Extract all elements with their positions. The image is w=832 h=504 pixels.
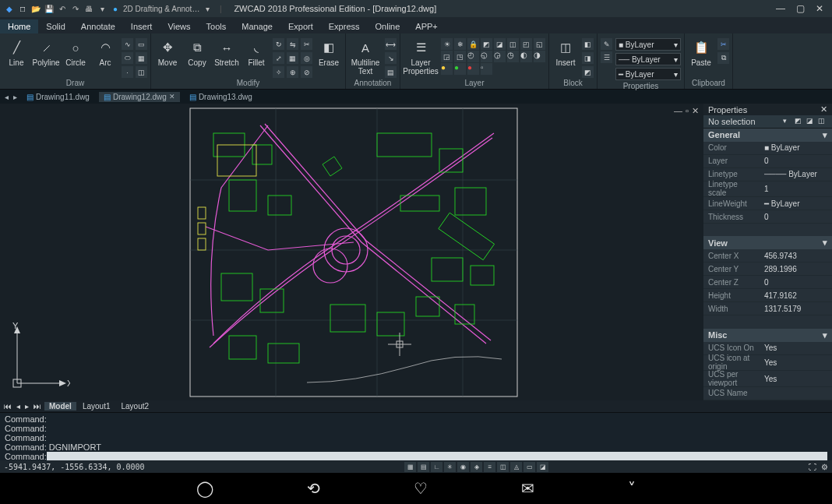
model-toggle[interactable]: ▭ xyxy=(524,462,535,472)
message-icon[interactable]: ✉ xyxy=(521,479,534,498)
layout-first[interactable]: ⏮ xyxy=(2,402,13,411)
table-icon[interactable]: ▤ xyxy=(385,66,397,78)
scale-icon[interactable]: ⤢ xyxy=(273,52,284,64)
prop-width[interactable]: Width1317.5179 xyxy=(703,302,832,315)
l5[interactable]: ◶ xyxy=(494,51,506,62)
cut-icon[interactable]: ✂ xyxy=(717,38,729,50)
tab-solid[interactable]: Solid xyxy=(38,19,72,33)
list-icon[interactable]: ☰ xyxy=(601,51,612,63)
print-icon[interactable]: 🖶 xyxy=(83,3,94,14)
l4[interactable]: ◵ xyxy=(481,51,492,62)
file-tab-0[interactable]: ▤Drawing11.dwg xyxy=(22,92,94,102)
ld[interactable]: ▫ xyxy=(481,63,492,75)
ortho-toggle[interactable]: ∟ xyxy=(431,462,442,472)
otrack-toggle[interactable]: ◈ xyxy=(471,462,482,472)
cycle-toggle[interactable]: ◬ xyxy=(510,462,522,472)
file-nav-right[interactable]: ▸ xyxy=(13,93,17,101)
ellipse-icon[interactable]: ⬭ xyxy=(122,52,133,64)
customize-icon[interactable]: ⚙ xyxy=(821,463,828,471)
insert-button[interactable]: ◫Insert xyxy=(552,37,579,67)
array-icon[interactable]: ▦ xyxy=(287,52,298,64)
close-button[interactable]: ✕ xyxy=(813,3,826,14)
qat-dropdown-icon[interactable]: ▾ xyxy=(97,3,108,14)
offset-icon[interactable]: ◎ xyxy=(301,52,312,64)
retweet-icon[interactable]: ⟲ xyxy=(307,479,320,498)
lineweight-combo[interactable]: ━ ByLayer▾ xyxy=(615,68,681,80)
sel-dropdown-icon[interactable]: ▾ xyxy=(783,117,792,126)
prop-color[interactable]: Color■ ByLayer xyxy=(703,142,832,155)
layer-state-icon[interactable]: ◱ xyxy=(534,38,545,50)
tab-express[interactable]: Express xyxy=(321,19,368,33)
undo-icon[interactable]: ↶ xyxy=(57,3,68,14)
lwt-toggle[interactable]: ≡ xyxy=(484,462,495,472)
select-objects-icon[interactable]: ◫ xyxy=(818,117,827,126)
prop-ucs-on[interactable]: UCS Icon OnYes xyxy=(703,342,832,355)
tab-app[interactable]: APP+ xyxy=(407,19,445,33)
properties-header[interactable]: Properties ✕ xyxy=(703,104,832,115)
clean-screen-icon[interactable]: ⛶ xyxy=(809,463,816,471)
comment-icon[interactable]: ◯ xyxy=(196,479,213,498)
tab-manage[interactable]: Manage xyxy=(234,19,280,33)
layer-props-button[interactable]: ☰Layer Properties xyxy=(404,37,438,76)
point-icon[interactable]: · xyxy=(122,66,133,78)
layout-1[interactable]: Layout1 xyxy=(78,402,115,411)
spline-icon[interactable]: ∿ xyxy=(122,38,133,50)
tab-tools[interactable]: Tools xyxy=(199,19,234,33)
break-icon[interactable]: ⊘ xyxy=(301,66,312,78)
region-icon[interactable]: ◫ xyxy=(136,66,147,78)
polyline-button[interactable]: ⟋Polyline xyxy=(33,37,59,67)
l2[interactable]: ◳ xyxy=(454,51,466,62)
layer-prev-icon[interactable]: ◰ xyxy=(520,38,532,50)
polar-toggle[interactable]: ✳ xyxy=(444,462,456,472)
prop-height[interactable]: Height417.9162 xyxy=(703,289,832,302)
prop-ltscale[interactable]: Linetype scale1 xyxy=(703,182,832,198)
prop-ucs-name[interactable]: UCS Name xyxy=(703,387,832,400)
pickadd-icon[interactable]: ◪ xyxy=(806,117,816,126)
minimize-button[interactable]: — xyxy=(774,3,788,14)
rect-icon[interactable]: ▭ xyxy=(136,38,147,50)
maximize-button[interactable]: ▢ xyxy=(794,3,807,14)
layer-on-icon[interactable]: ☀ xyxy=(441,38,453,50)
la[interactable]: ● xyxy=(441,63,453,75)
erase-button[interactable]: ◧Erase xyxy=(316,37,342,67)
move-button[interactable]: ✥Move xyxy=(154,37,181,67)
section-misc[interactable]: Misc▾ xyxy=(703,329,832,342)
doc-max-icon[interactable]: ▫ xyxy=(686,106,689,116)
file-tab-1[interactable]: ▤Drawing12.dwg✕ xyxy=(99,92,180,102)
layer-color-icon[interactable]: ◩ xyxy=(481,38,492,50)
snap-toggle[interactable]: ▦ xyxy=(404,462,416,472)
qp-toggle[interactable]: ◪ xyxy=(537,462,548,472)
like-icon[interactable]: ♡ xyxy=(414,479,428,498)
file-tab-2[interactable]: ▤Drawing13.dwg xyxy=(185,92,257,102)
close-tab-icon[interactable]: ✕ xyxy=(169,93,175,100)
prop-linetype[interactable]: Linetype──── ByLayer xyxy=(703,168,832,182)
drawing-canvas[interactable]: — ▫ ✕ xyxy=(0,104,703,400)
tab-online[interactable]: Online xyxy=(368,19,408,33)
copy-button[interactable]: ⧉Copy xyxy=(184,37,210,67)
make-block-icon[interactable]: ◧ xyxy=(582,38,594,50)
l7[interactable]: ◐ xyxy=(520,51,532,62)
layout-last[interactable]: ⏭ xyxy=(32,402,43,411)
section-general[interactable]: General▾ xyxy=(703,129,832,142)
tab-annotate[interactable]: Annotate xyxy=(73,19,123,33)
new-icon[interactable]: □ xyxy=(17,3,28,14)
l3[interactable]: ◴ xyxy=(467,51,479,62)
lb[interactable]: ● xyxy=(454,63,466,75)
prop-lineweight[interactable]: LineWeight━ ByLayer xyxy=(703,197,832,210)
lc[interactable]: ● xyxy=(467,63,479,75)
doc-close-icon[interactable]: ✕ xyxy=(692,106,699,116)
tab-insert[interactable]: Insert xyxy=(123,19,160,33)
layer-freeze-icon[interactable]: ❄ xyxy=(454,38,466,50)
app-logo-icon[interactable]: ◆ xyxy=(4,3,15,14)
leader-icon[interactable]: ↘ xyxy=(385,52,397,64)
coordinate-readout[interactable]: -5941.9437, -1556.6334, 0.0000 xyxy=(4,463,145,471)
prop-cz[interactable]: Center Z0 xyxy=(703,276,832,289)
dim-icon[interactable]: ⟷ xyxy=(385,38,397,50)
doc-min-icon[interactable]: — xyxy=(674,106,682,116)
file-nav-left[interactable]: ◂ xyxy=(5,93,9,101)
mirror-icon[interactable]: ⇋ xyxy=(287,38,298,50)
prop-cy[interactable]: Center Y289.1996 xyxy=(703,263,832,276)
edit-block-icon[interactable]: ◨ xyxy=(582,52,594,64)
layer-iso-icon[interactable]: ◪ xyxy=(494,38,506,50)
section-view[interactable]: View▾ xyxy=(703,236,832,249)
